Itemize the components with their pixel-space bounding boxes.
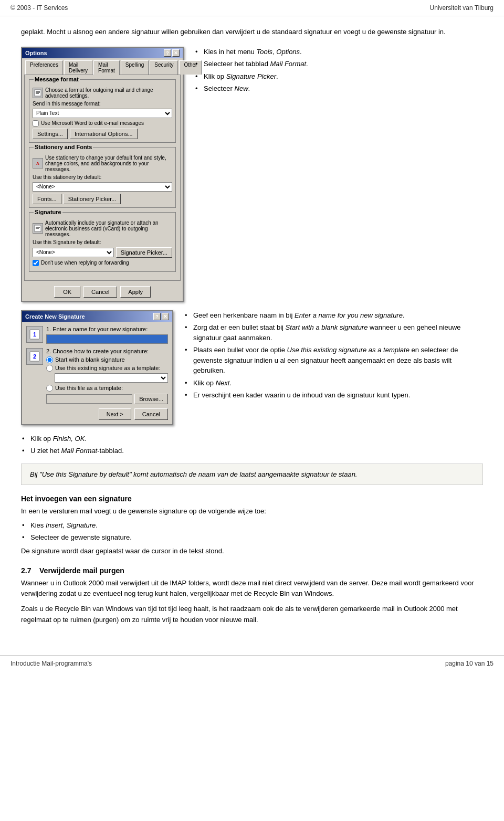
dialog-tabs: Preferences Mail Delivery Mail Format Sp…: [22, 58, 183, 75]
radio-file-row: Use this file as a template:: [46, 385, 168, 392]
purgen-number: 2.7: [21, 566, 31, 575]
purgen-para1: Wanneer u in Outlook 2000 mail verwijder…: [21, 578, 483, 600]
radio-blank-row: Start with a blank signature: [46, 356, 168, 363]
file-input[interactable]: [46, 394, 132, 404]
invoegen-heading: Het invoegen van een signature: [21, 494, 483, 503]
stationery-use-label: Use this stationery by default:: [33, 174, 101, 180]
dialog-bottom-buttons: OK Cancel Apply: [22, 283, 183, 301]
signature-group-label: Signature: [34, 209, 62, 215]
header-right: Universiteit van Tilburg: [430, 4, 494, 12]
radio-existing-row: Use this existing signature as a templat…: [46, 365, 168, 372]
create-sig-dialog-screenshot: Create New Signature ? ✕ 1 1. Enter a na…: [21, 310, 173, 425]
bullet-enter-name: Geef een herkenbare naam in bij Enter a …: [184, 310, 483, 321]
create-sig-body: 1 1. Enter a name for your new signature…: [22, 322, 172, 424]
bullet-finish-ok: Klik op Finish, OK.: [21, 434, 483, 444]
tab-security[interactable]: Security: [150, 60, 178, 75]
sig-dialog-buttons: Next > Cancel: [26, 408, 168, 420]
header-left: © 2003 - IT Services: [10, 4, 68, 12]
radio-file[interactable]: [46, 385, 53, 392]
info-box: Bij "Use this Signature by default" komt…: [21, 464, 483, 486]
bullet-select-sig: Selecteer de gewenste signature.: [21, 532, 483, 543]
fonts-button[interactable]: Fonts...: [33, 194, 61, 204]
msg-format-row: Choose a format for outgoing mail and ch…: [33, 87, 172, 99]
step1-icon: 1: [26, 326, 43, 343]
radio-existing-label: Use this existing signature as a templat…: [55, 365, 161, 371]
word-checkbox-row: Use Microsoft Word to edit e-mail messag…: [33, 120, 172, 127]
sig-select[interactable]: <None>: [33, 248, 114, 257]
bullet-blank-sig: Zorg dat er een bullet staat bij Start w…: [184, 322, 483, 343]
use-word-checkbox[interactable]: [33, 120, 39, 127]
bullet-mail-format-tab: U ziet het Mail Format-tabblad.: [21, 446, 483, 456]
step2-label: 2. Choose how to create your signature:: [46, 348, 168, 354]
footer-left: Introductie Mail-programma's: [10, 660, 92, 667]
tab-mail-format[interactable]: Mail Format: [93, 60, 120, 75]
tab-mail-delivery[interactable]: Mail Delivery: [64, 60, 92, 75]
format-select-row: Plain Text: [33, 109, 172, 118]
intl-options-button[interactable]: International Options...: [70, 129, 138, 139]
purgen-heading: 2.7 Verwijderde mail purgen: [21, 566, 483, 575]
svg-text:2: 2: [33, 353, 36, 360]
bullet-kader: Er verschijnt een kader waarin u de inho…: [184, 390, 483, 401]
create-sig-dialog: Create New Signature ? ✕ 1 1. Enter a na…: [21, 310, 173, 425]
invoegen-bullet-list: Kies Insert, Signature. Selecteer de gew…: [21, 520, 483, 543]
stationery-label: Stationery and Fonts: [34, 144, 93, 150]
create-sig-section: Create New Signature ? ✕ 1 1. Enter a na…: [21, 310, 483, 425]
sig-checkbox-row: Don't use when replying or forwarding: [33, 260, 172, 266]
radio-existing[interactable]: [46, 365, 53, 372]
radio-blank[interactable]: [46, 356, 53, 363]
create-sig-bullet-list: Geef een herkenbare naam in bij Enter a …: [184, 310, 483, 401]
invoegen-closing: De signature wordt daar geplaatst waar d…: [21, 546, 483, 557]
stationery-icon: A: [33, 158, 43, 169]
format-btns: Settings... International Options...: [33, 129, 172, 139]
tab-spelling[interactable]: Spelling: [121, 60, 149, 75]
section-purgen: 2.7 Verwijderde mail purgen Wanneer u in…: [21, 566, 483, 626]
sig-name-input[interactable]: Untitled: [46, 334, 168, 344]
settings-button[interactable]: Settings...: [33, 129, 68, 139]
next-button[interactable]: Next >: [99, 408, 131, 420]
footer-right: pagina 10 van 15: [445, 660, 494, 667]
options-dialog-screenshot: Options ? ✕ Preferences Mail Delivery Ma…: [21, 47, 184, 302]
step1-row: 1 1. Enter a name for your new signature…: [26, 326, 168, 344]
create-sig-bullet-col: Geef een herkenbare naam in bij Enter a …: [184, 310, 483, 403]
step2-content: 2. Choose how to create your signature: …: [46, 348, 168, 404]
sig-icon-row: Automatically include your signature or …: [33, 220, 172, 237]
apply-button[interactable]: Apply: [120, 286, 151, 298]
section-invoegen: Het invoegen van een signature In een te…: [21, 494, 483, 557]
sig-picker-button[interactable]: Signature Picker...: [116, 247, 172, 258]
use-word-label: Use Microsoft Word to edit e-mail messag…: [41, 120, 144, 126]
options-bullet-list: Kies in het menu Tools, Options. Selecte…: [194, 47, 483, 94]
step2-icon: 2: [26, 348, 43, 365]
format-select[interactable]: Plain Text: [33, 109, 172, 118]
close-button[interactable]: ✕: [172, 49, 180, 57]
options-titlebar: Options ? ✕: [22, 48, 183, 58]
create-sig-close-button[interactable]: ✕: [162, 313, 169, 320]
dialog-body: Message format Choose a format for outgo…: [24, 75, 181, 281]
sig-cancel-button[interactable]: Cancel: [134, 408, 168, 420]
main-content: geplakt. Mocht u alsnog een andere signa…: [0, 16, 504, 639]
intro-paragraph: geplakt. Mocht u alsnog een andere signa…: [21, 27, 483, 37]
stationery-select[interactable]: <None>: [33, 182, 172, 192]
options-section: Options ? ✕ Preferences Mail Delivery Ma…: [21, 47, 483, 302]
titlebar-buttons: ? ✕: [164, 49, 180, 57]
page-footer: Introductie Mail-programma's pagina 10 v…: [0, 655, 504, 671]
create-sig-help-button[interactable]: ?: [153, 313, 161, 320]
step1-label: 1. Enter a name for your new signature:: [46, 326, 168, 332]
step1-content: 1. Enter a name for your new signature: …: [46, 326, 168, 344]
stationery-picker-button[interactable]: Stationery Picker...: [64, 194, 121, 204]
existing-sig-select[interactable]: [55, 373, 168, 383]
browse-button[interactable]: Browse...: [134, 394, 168, 404]
cancel-button[interactable]: Cancel: [83, 286, 117, 298]
ok-button[interactable]: OK: [54, 286, 80, 298]
stationery-select-row: <None>: [33, 182, 172, 192]
sig-noreply-checkbox[interactable]: [33, 260, 39, 266]
info-box-text: Bij "Use this Signature by default" komt…: [30, 470, 357, 478]
tab-preferences[interactable]: Preferences: [25, 60, 63, 75]
options-bullet-col: Kies in het menu Tools, Options. Selecte…: [194, 47, 483, 96]
radio-blank-label: Start with a blank signature: [55, 356, 125, 363]
msg-format-desc: Choose a format for outgoing mail and ch…: [45, 87, 172, 99]
message-format-group: Message format Choose a format for outgo…: [29, 79, 176, 143]
help-button[interactable]: ?: [164, 49, 171, 57]
bullet-click-next: Klik op Next.: [184, 378, 483, 388]
finish-bullet-list: Klik op Finish, OK. U ziet het Mail Form…: [21, 434, 483, 456]
svg-text:1: 1: [33, 331, 36, 338]
